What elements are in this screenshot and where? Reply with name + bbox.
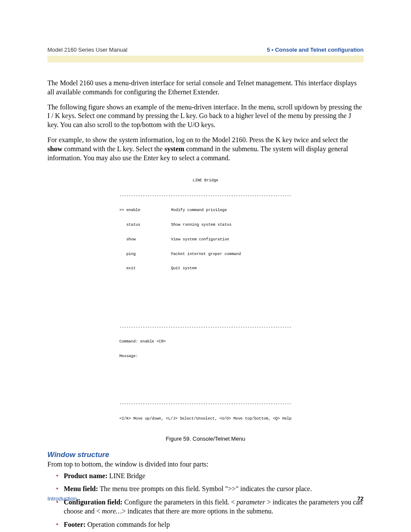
footer-left: Introduction <box>47 495 77 502</box>
p3-text-a: For example, to show the system informat… <box>47 136 348 143</box>
header-bar <box>47 56 364 62</box>
bullet-label: Product name: <box>64 472 109 479</box>
page-header: Model 2160 Series User Manual 5 • Consol… <box>47 47 364 53</box>
console-row-right: Packet internet groper command <box>171 252 292 257</box>
console-row-2: show View system configuration <box>119 237 292 242</box>
console-row-right: View system configuration <box>171 237 292 242</box>
console-row-3: ping Packet internet groper command <box>119 252 292 257</box>
bullet-value: LINE Bridge <box>109 472 145 479</box>
section-intro: From top to bottom, the window is divide… <box>47 460 364 469</box>
console-command-line: Command: enable <CR> <box>119 339 292 344</box>
bullet-label: Footer: <box>64 521 87 528</box>
console-row-4: exit Quit system <box>119 266 292 271</box>
console-row-left: >> enable <box>119 208 171 213</box>
header-left: Model 2160 Series User Manual <box>47 47 128 53</box>
page-footer: Introduction 72 <box>47 495 364 502</box>
paragraph-1: The Model 2160 uses a menu-driven interf… <box>47 79 364 97</box>
header-right: 5 • Console and Telnet configuration <box>267 47 364 53</box>
bullet-label: Menu field: <box>64 485 100 492</box>
bullet-product-name: Product name: LINE Bridge <box>56 472 364 481</box>
console-row-left: exit <box>119 266 171 271</box>
console-row-left: status <box>119 223 171 227</box>
bullet-value: The menu tree prompts on this field. Sym… <box>100 485 312 492</box>
section-heading: Window structure <box>47 451 364 459</box>
bullet-menu-field: Menu field: The menu tree prompts on thi… <box>56 485 364 494</box>
paragraph-3: For example, to show the system informat… <box>47 136 364 162</box>
console-dash-bot: ----------------------------------------… <box>119 402 292 407</box>
console-row-right: Quit system <box>171 266 292 271</box>
p3-text-c: command with the L key. Select the <box>62 145 165 152</box>
console-dash-mid: ----------------------------------------… <box>119 325 292 330</box>
bullet-footer: Footer: Operation commands for help <box>56 520 364 529</box>
console-spacer-1 <box>119 281 292 315</box>
console-footer-help: <I/K> Move up/down, <L/J> Select/Unselec… <box>119 417 292 421</box>
page: Model 2160 Series User Manual 5 • Consol… <box>0 0 411 532</box>
figure-caption: Figure 59. Console/Telnet Menu <box>47 436 364 442</box>
bullet-text-c: > indicates that there are more options … <box>122 507 273 515</box>
console-row-1: status Show running system status <box>119 223 292 227</box>
paragraph-2: The following figure shows an example of… <box>47 103 364 130</box>
console-box: LINE Bridge ----------------------------… <box>119 168 292 431</box>
bullet-more: more… <box>102 507 122 515</box>
console-message-line: Message: <box>119 354 292 359</box>
console-row-left: ping <box>119 252 171 257</box>
p3-show-bold: show <box>47 145 62 152</box>
console-spacer-2 <box>119 369 292 392</box>
console-row-0: >> enable Modify command privilege <box>119 208 292 213</box>
p3-system-bold: system <box>165 145 184 152</box>
console-title: LINE Bridge <box>119 178 292 183</box>
footer-page-number: 72 <box>358 495 364 502</box>
console-row-right: Show running system status <box>171 223 292 227</box>
console-figure: LINE Bridge ----------------------------… <box>47 168 364 442</box>
bullet-value: Operation commands for help <box>87 521 170 528</box>
console-dash-top: ----------------------------------------… <box>119 194 292 199</box>
console-row-right: Modify command privilege <box>171 208 292 213</box>
console-row-left: show <box>119 237 171 242</box>
